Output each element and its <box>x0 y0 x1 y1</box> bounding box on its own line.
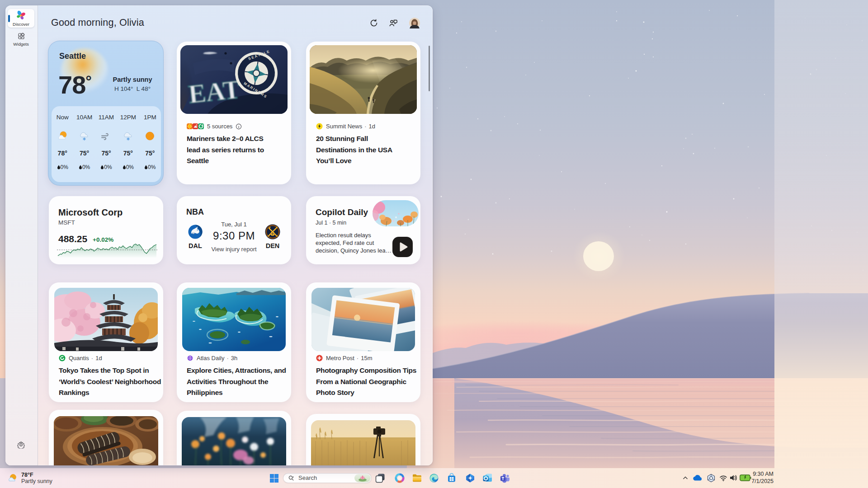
svg-text:EAT: EAT <box>187 75 242 109</box>
